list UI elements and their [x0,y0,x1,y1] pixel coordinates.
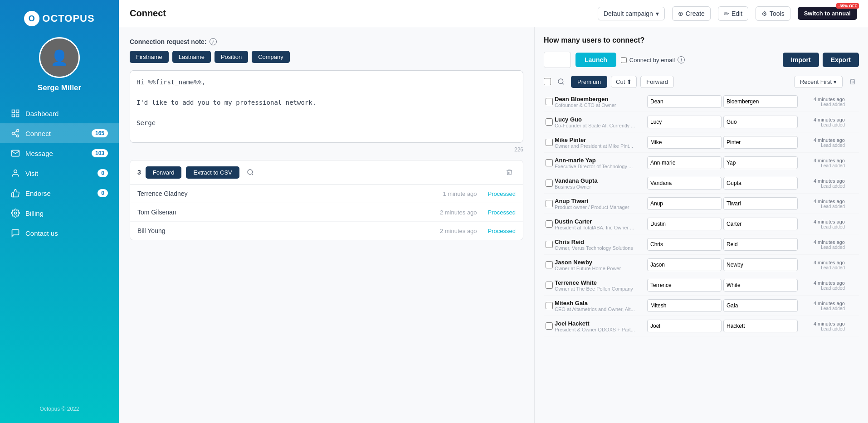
lead-time: 4 minutes ago Lead added [800,199,845,209]
launch-button[interactable]: Launch [575,53,616,67]
import-button[interactable]: Import [783,53,819,67]
lead-checkbox[interactable] [546,241,553,248]
lead-last-input[interactable] [723,116,798,128]
lead-first-input[interactable] [647,197,722,210]
share-icon [11,129,20,138]
lead-row: Chris Reid Owner, Verus Technology Solut… [544,234,859,255]
message-textarea[interactable]: Hi %%first_name%%, I'd like to add you t… [130,70,523,143]
campaign-selector[interactable]: Default campaign ▾ [598,7,665,20]
lead-first-input[interactable] [647,258,722,271]
lead-time: 4 minutes ago Lead added [800,219,845,229]
switch-annual-button[interactable]: -35% OFF Switch to annual [798,7,857,20]
company-button[interactable]: Company [252,51,290,63]
sidebar-item-endorse[interactable]: Endorse 0 [0,183,119,203]
search-button[interactable] [244,166,257,179]
lead-name: Ann-marie Yap [555,157,645,164]
lead-last-input[interactable] [723,156,798,169]
queue-status: Processed [488,209,516,216]
launch-row: Launch Connect by email i Import Export [544,52,859,68]
lead-last-input[interactable] [723,299,798,312]
lead-last-input[interactable] [723,218,798,230]
lead-first-input[interactable] [647,218,722,230]
sidebar-item-connect[interactable]: Connect 165 [0,123,119,143]
connect-by-email-label: Connect by email i [621,56,685,63]
import-export-buttons: Import Export [783,53,859,67]
svg-rect-0 [12,110,15,113]
position-button[interactable]: Position [215,51,248,63]
lead-checkbox[interactable] [546,220,553,228]
user-icon [11,169,20,178]
delete-queue-button[interactable] [503,166,516,179]
create-button[interactable]: ⊕ Create [672,6,711,21]
email-info-icon: i [678,56,685,63]
lead-last-input[interactable] [723,258,798,271]
lead-first-input[interactable] [647,299,722,312]
extract-csv-button[interactable]: Extract to CSV [186,166,239,179]
svg-rect-2 [12,114,15,117]
sidebar-item-label: Visit [25,170,38,177]
sidebar-item-visit[interactable]: Visit 0 [0,163,119,183]
lead-first-input[interactable] [647,136,722,149]
lead-sub: Executive Director of Technology ... [555,164,641,169]
premium-filter-button[interactable]: Premium [571,76,607,88]
sidebar-item-dashboard[interactable]: Dashboard [0,103,119,123]
recent-first-button[interactable]: Recent First ▾ [794,76,843,88]
lead-sub: Owner and President at Mike Pint... [555,143,641,149]
lastname-button[interactable]: Lastname [172,51,211,63]
lead-first-input[interactable] [647,177,722,190]
queue-time: 2 minutes ago [440,228,477,234]
lead-last-input[interactable] [723,320,798,332]
left-panel: Connection request note: i Firstname Las… [119,27,534,423]
lead-checkbox[interactable] [546,98,553,105]
user-count-input[interactable] [544,52,571,68]
mail-icon [11,149,20,158]
lead-last-input[interactable] [723,279,798,292]
lead-name: Mitesh Gala [555,300,645,306]
edit-button[interactable]: ✏ Edit [718,6,748,21]
lead-first-input[interactable] [647,116,722,128]
main: Connect Default campaign ▾ ⊕ Create ✏ Ed… [119,0,868,423]
lead-checkbox[interactable] [546,180,553,187]
sidebar-item-contact[interactable]: Contact us [0,223,119,243]
lead-last-input[interactable] [723,177,798,190]
forward-button[interactable]: Forward [146,166,182,179]
sidebar-item-message[interactable]: Message 103 [0,143,119,163]
lead-row: Anup Tiwari Product owner / Product Mana… [544,194,859,214]
lead-name: Chris Reid [555,238,645,245]
forward-leads-button[interactable]: Forward [640,76,674,88]
svg-point-4 [17,130,19,132]
lead-row: Mitesh Gala CEO at Altametrics and Owner… [544,296,859,316]
lead-last-input[interactable] [723,197,798,210]
sidebar-item-billing[interactable]: Billing [0,203,119,223]
lead-last-input[interactable] [723,95,798,108]
lead-first-input[interactable] [647,279,722,292]
lead-first-input[interactable] [647,95,722,108]
lead-first-input[interactable] [647,320,722,332]
lead-sub: President at TotalABA, Inc Owner ... [555,225,641,230]
svg-point-11 [248,170,253,175]
tools-button[interactable]: ⚙ Tools [756,6,790,21]
firstname-button[interactable]: Firstname [130,51,169,63]
lead-first-input[interactable] [647,156,722,169]
cut-button[interactable]: Cut ⬆ [611,76,637,88]
search-leads-button[interactable] [555,75,567,88]
lead-checkbox[interactable] [546,139,553,146]
delete-leads-button[interactable] [846,75,859,88]
lead-time: 4 minutes ago Lead added [800,97,845,107]
lead-checkbox[interactable] [546,322,553,330]
lead-time: 4 minutes ago Lead added [800,301,845,311]
lead-checkbox[interactable] [546,282,553,289]
lead-last-input[interactable] [723,136,798,149]
lead-checkbox[interactable] [546,302,553,309]
export-button[interactable]: Export [823,53,859,67]
lead-sub: Business Owner [555,184,641,190]
select-all-checkbox[interactable] [544,78,551,85]
lead-last-input[interactable] [723,238,798,251]
lead-checkbox[interactable] [546,159,553,166]
lead-checkbox[interactable] [546,261,553,268]
lead-first-input[interactable] [647,238,722,251]
lead-checkbox[interactable] [546,118,553,126]
lead-sub: Product owner / Product Manager [555,204,641,210]
lead-checkbox[interactable] [546,200,553,207]
connect-by-email-checkbox[interactable] [621,57,627,63]
